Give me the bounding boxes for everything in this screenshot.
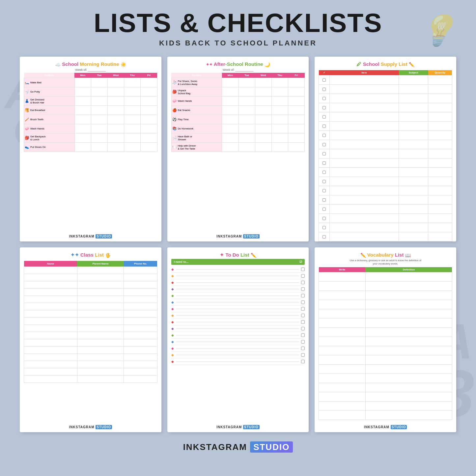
day-cell xyxy=(124,115,141,124)
table-row: 🛁Have Bath orShower xyxy=(171,133,305,143)
subject-cell xyxy=(399,94,428,103)
title-after: After xyxy=(214,61,225,67)
day-cell xyxy=(271,97,288,106)
phone-cell xyxy=(124,274,157,281)
todo-checkbox[interactable] xyxy=(301,347,305,350)
item-cell xyxy=(329,223,399,232)
day-cell xyxy=(222,97,238,106)
todo-checkbox[interactable] xyxy=(301,307,305,311)
todo-checkbox[interactable] xyxy=(301,314,305,317)
routine-cell: 🛁Have Bath orShower xyxy=(171,133,222,143)
routine-cell: 🍽️Help with Dinner& Set The Table xyxy=(171,143,222,152)
diamond-icon: ◆ xyxy=(171,347,174,350)
col-mon-after: Mon xyxy=(222,73,238,78)
table-row: 🍎Eat Snacks xyxy=(171,106,305,115)
todo-line xyxy=(176,302,299,302)
definition-cell xyxy=(365,309,452,318)
write-cell xyxy=(319,346,366,355)
todo-line xyxy=(176,295,299,296)
todo-checkbox[interactable] xyxy=(301,287,305,291)
item-cell xyxy=(329,75,399,85)
list-item: ◆ xyxy=(171,325,305,332)
col-parent-name: Parent Name xyxy=(77,261,124,267)
item-cell xyxy=(329,94,399,103)
list-item: ◆ xyxy=(171,345,305,352)
todo-checkbox[interactable] xyxy=(301,281,305,284)
day-cell xyxy=(124,106,141,115)
name-cell xyxy=(24,310,77,318)
name-cell xyxy=(24,361,77,368)
day-cell xyxy=(108,143,124,152)
table-row: 🎒UnpackSchool Bag xyxy=(171,87,305,97)
todo-checkbox[interactable] xyxy=(301,360,305,363)
todo-checkbox[interactable] xyxy=(301,353,305,357)
title-list-vocab: List xyxy=(395,252,404,258)
definition-cell xyxy=(365,337,452,346)
list-item: ◆ xyxy=(171,332,305,339)
day-cell xyxy=(108,106,124,115)
check-cell xyxy=(319,214,329,223)
title-school-after: -School Routine xyxy=(225,61,263,67)
day-cell xyxy=(74,87,91,97)
check-cell xyxy=(319,94,329,103)
pencil-vocab-icon: ✏️ xyxy=(360,253,366,258)
day-cell xyxy=(271,115,288,124)
week-label-morning: Week of: ___________ xyxy=(24,68,157,71)
day-cell xyxy=(271,143,288,152)
todo-checkbox[interactable] xyxy=(301,333,305,337)
day-cell xyxy=(238,78,255,87)
week-label-after: Week of: ___________ xyxy=(171,68,305,71)
todo-checkbox[interactable] xyxy=(301,274,305,278)
quantity-cell xyxy=(428,223,452,232)
table-row xyxy=(319,364,452,374)
parent-cell xyxy=(77,318,124,325)
table-row xyxy=(319,94,452,103)
day-cell xyxy=(255,115,271,124)
todo-checkbox[interactable] xyxy=(301,327,305,330)
table-row xyxy=(319,337,452,346)
table-row xyxy=(319,232,452,241)
day-cell xyxy=(288,143,305,152)
table-row xyxy=(24,339,157,347)
phone-cell xyxy=(124,332,157,339)
item-cell xyxy=(329,103,399,112)
parent-cell xyxy=(77,332,124,339)
day-cell xyxy=(271,106,288,115)
table-row xyxy=(24,325,157,332)
todo-checkbox[interactable] xyxy=(301,340,305,344)
supply-table: ✓ Item Subject Quantity xyxy=(319,70,452,241)
check-cell xyxy=(319,149,329,158)
table-row xyxy=(24,368,157,376)
subject-cell xyxy=(399,103,428,112)
todo-line xyxy=(176,348,299,349)
day-cell xyxy=(238,143,255,152)
phone-cell xyxy=(124,318,157,325)
day-cell xyxy=(255,106,271,115)
name-cell xyxy=(24,303,77,310)
todo-checkbox[interactable] xyxy=(301,294,305,297)
day-cell xyxy=(108,87,124,97)
day-cell xyxy=(108,78,124,87)
day-cell xyxy=(288,87,305,97)
check-cell xyxy=(319,205,329,214)
routine-cell: ⚽Play Time xyxy=(171,115,222,124)
day-cell xyxy=(222,78,238,87)
item-cell xyxy=(329,205,399,214)
table-row xyxy=(319,223,452,232)
todo-checkbox[interactable] xyxy=(301,267,305,271)
todo-checkbox[interactable] xyxy=(301,320,305,324)
table-row xyxy=(24,318,157,325)
quantity-cell xyxy=(428,85,452,94)
item-cell xyxy=(329,140,399,149)
definition-cell xyxy=(365,355,452,364)
table-row xyxy=(319,158,452,168)
table-row xyxy=(319,392,452,401)
class-list-title: ✦✦ Class List 🖐️ xyxy=(24,252,157,258)
item-cell xyxy=(329,158,399,168)
todo-checkbox[interactable] xyxy=(301,300,305,304)
write-cell xyxy=(319,383,366,392)
write-cell xyxy=(319,327,366,337)
definition-cell xyxy=(365,291,452,300)
routine-cell: 🎒UnpackSchool Bag xyxy=(171,87,222,97)
table-row xyxy=(319,214,452,223)
